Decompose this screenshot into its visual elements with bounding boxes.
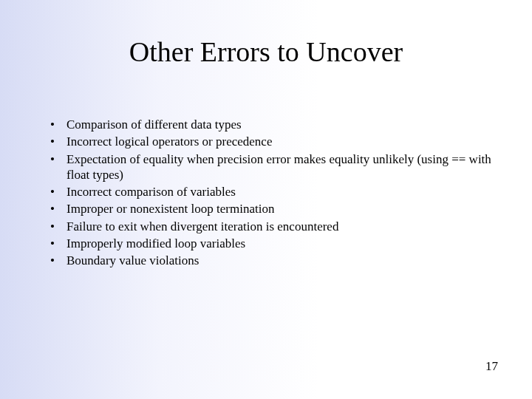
list-item: Boundary value violations — [46, 253, 495, 268]
slide: Other Errors to Uncover Comparison of di… — [0, 0, 532, 399]
list-item: Improper or nonexistent loop termination — [46, 201, 495, 216]
list-item: Comparison of different data types — [46, 117, 495, 132]
list-item: Incorrect logical operators or precedenc… — [46, 134, 495, 149]
bullet-list: Comparison of different data types Incor… — [46, 117, 495, 268]
slide-title: Other Errors to Uncover — [0, 35, 532, 68]
slide-body: Comparison of different data types Incor… — [46, 117, 495, 270]
list-item: Failure to exit when divergent iteration… — [46, 219, 495, 234]
list-item: Improperly modified loop variables — [46, 236, 495, 251]
page-number: 17 — [485, 359, 498, 374]
list-item: Incorrect comparison of variables — [46, 184, 495, 200]
list-item: Expectation of equality when precision e… — [46, 151, 495, 183]
